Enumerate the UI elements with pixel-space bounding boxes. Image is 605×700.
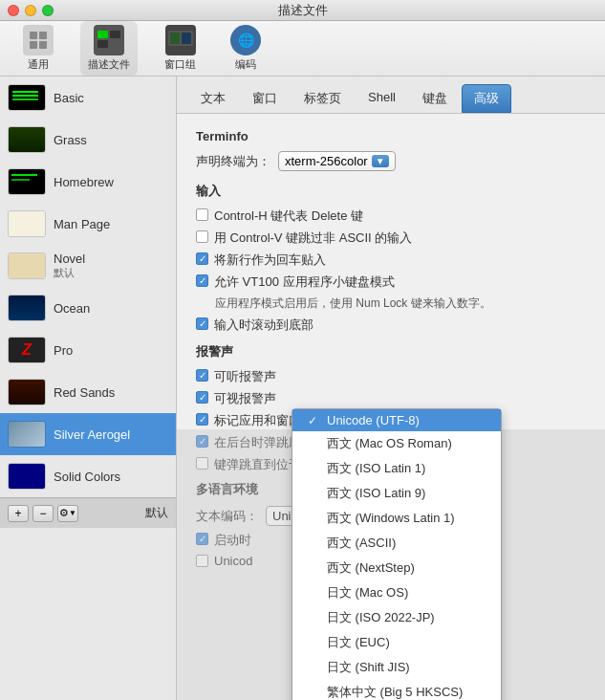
terminfo-dropdown[interactable]: xterm-256color ▼ [278,151,396,171]
sidebar-item-ocean[interactable]: Ocean [0,287,176,329]
sidebar-item-solidcolors[interactable]: Solid Colors [0,455,176,497]
input-title: 输入 [196,183,586,200]
tab-bar: 文本 窗口 标签页 Shell 键盘 高级 [177,77,605,114]
checkbox-vt100: ✓ 允许 VT100 应用程序小键盘模式 [196,273,586,291]
profile-icon: $_ [94,25,124,55]
visual-checkbox[interactable]: ✓ [196,391,208,404]
grass-label: Grass [54,133,87,147]
tab-text[interactable]: 文本 [188,84,238,113]
ctrl-h-checkbox[interactable] [196,208,208,221]
dropdown-option-iso-latin1[interactable]: 西文 (ISO Latin 1) [292,456,501,481]
toolbar-windowgroup[interactable]: 窗口组 [157,21,204,76]
sidebar-item-novel[interactable]: Novel 默认 [0,245,176,287]
redsands-thumb [8,379,46,405]
minimize-button[interactable] [25,5,36,16]
startup-checkbox[interactable]: ✓ [196,533,208,545]
checkbox-audible: ✓ 可听报警声 [196,368,586,385]
novel-thumb [8,252,46,279]
newline-checkbox[interactable]: ✓ [196,252,208,265]
bell-title: 报警声 [196,343,586,361]
ctrl-v-checkbox[interactable] [196,230,208,243]
encoding-row-label: 文本编码： [196,508,258,525]
default-label: 默认 [145,505,168,521]
remove-profile-button[interactable]: − [32,505,54,522]
dropdown-option-utf8[interactable]: ✓ Unicode (UTF-8) [292,409,501,431]
sidebar-item-silveraerogel[interactable]: Silver Aerogel [0,413,176,455]
svg-rect-1 [39,32,47,39]
svg-rect-10 [170,33,180,44]
scroll-label: 输入时滚动到底部 [214,317,313,334]
unicode-checkbox[interactable] [196,555,208,567]
svg-rect-3 [39,41,47,49]
tab-keyboard[interactable]: 键盘 [410,84,460,113]
general-label: 通用 [28,57,49,72]
encoding-label: 编码 [235,57,256,72]
terminfo-title: Terminfo [196,129,586,143]
profile-label: 描述文件 [88,57,130,72]
silveraerogel-text: Silver Aerogel [54,427,130,442]
dropdown-option-big5hkscs[interactable]: 繁体中文 (Big 5 HKSCS) [292,680,501,700]
checkbox-newline: ✓ 将新行作为回车贴入 [196,252,586,269]
svg-rect-11 [182,33,191,44]
sidebar-item-homebrew[interactable]: Homebrew [0,161,176,203]
tab-shell[interactable]: Shell [356,84,408,113]
sidebar-item-pro[interactable]: Z Pro [0,329,176,371]
tab-tabs[interactable]: 标签页 [292,84,354,113]
close-button[interactable] [8,5,19,16]
visual-label: 可视报警声 [214,390,276,407]
ctrl-v-label: 用 Control-V 键跳过非 ASCII 的输入 [214,230,412,247]
toolbar-encoding[interactable]: 🌐 编码 [223,21,269,76]
encoding-icon: 🌐 [230,25,261,55]
dropdown-option-ascii[interactable]: 西文 (ASCII) [292,531,501,556]
pro-thumb: Z [8,337,46,363]
silveraerogel-thumb [8,421,46,448]
dropdown-option-euc-jp[interactable]: 日文 (EUC) [292,630,501,655]
homebrew-label: Homebrew [54,175,114,189]
svg-rect-2 [30,41,37,49]
sidebar-item-grass[interactable]: Grass [0,119,176,161]
terminfo-label: 声明终端为： [196,153,270,170]
svg-rect-0 [30,32,37,39]
checkbox-ctrl-h: Control-H 键代表 Delete 键 [196,208,586,225]
dropdown-option-macos-japanese[interactable]: 日文 (Mac OS) [292,580,501,605]
windowgroup-icon [165,25,196,55]
terminfo-section: Terminfo 声明终端为： xterm-256color ▼ [196,129,586,171]
content-area: 文本 窗口 标签页 Shell 键盘 高级 Terminfo [177,77,605,700]
sidebar-item-manpage[interactable]: Man Page [0,203,176,245]
frontapp-checkbox[interactable] [196,457,208,470]
sidebar-item-basic[interactable]: Basic [0,77,176,119]
main-layout: Basic Grass Homebrew [0,77,605,700]
ocean-thumb [8,295,46,321]
manpage-label: Man Page [54,217,110,231]
gear-menu-button[interactable]: ⚙ ▼ [57,505,78,522]
audible-checkbox[interactable]: ✓ [196,369,208,382]
tab-window[interactable]: 窗口 [240,84,290,113]
checkbox-scroll: ✓ 输入时滚动到底部 [196,317,586,334]
startup-label: 启动时 [214,532,251,549]
dropdown-option-shiftjis[interactable]: 日文 (Shift JIS) [292,655,501,680]
vt100-checkbox[interactable]: ✓ [196,274,208,287]
toolbar-general[interactable]: 通用 [15,21,61,76]
input-section: 输入 Control-H 键代表 Delete 键 用 Control-V 键跳… [196,183,586,334]
dropdown-option-nextstep[interactable]: 西文 (NextStep) [292,556,501,580]
toolbar-profile[interactable]: $_ 描述文件 [80,21,138,76]
general-icon [23,25,54,55]
dropdown-option-iso-latin9[interactable]: 西文 (ISO Latin 9) [292,481,501,506]
dropdown-option-iso2022jp[interactable]: 日文 (ISO 2022-JP) [292,605,501,630]
dropdown-option-windows-latin1[interactable]: 西文 (Windows Latin 1) [292,506,501,531]
basic-thumb [8,84,46,111]
tab-advanced[interactable]: 高级 [462,84,511,113]
scroll-checkbox[interactable]: ✓ [196,317,208,330]
maximize-button[interactable] [42,5,54,16]
dropdown-option-macos-roman[interactable]: 西文 (Mac OS Roman) [292,431,501,456]
add-profile-button[interactable]: + [8,505,29,522]
badge-checkbox[interactable]: ✓ [196,413,208,426]
sidebar: Basic Grass Homebrew [0,77,177,700]
newline-label: 将新行作为回车贴入 [214,252,326,269]
bounce-checkbox[interactable]: ✓ [196,435,208,448]
solidcolors-text: Solid Colors [54,470,120,484]
vt100-label: 允许 VT100 应用程序小键盘模式 [214,273,395,291]
sidebar-item-redsands[interactable]: Red Sands [0,371,176,413]
solidcolors-label: Solid Colors [54,470,120,484]
unicode-label: Unicod [214,554,252,568]
